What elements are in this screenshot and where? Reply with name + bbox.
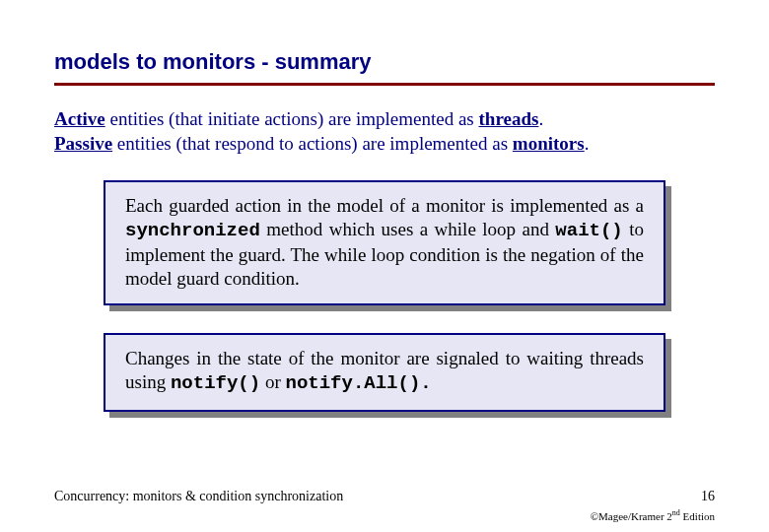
intro-threads: threads <box>479 108 539 129</box>
intro-monitors: monitors <box>513 133 585 154</box>
box2-code1: notify() <box>171 372 260 394</box>
intro-passive-rest: entities (that respond to actions) are i… <box>112 133 513 154</box>
title-rule <box>54 83 715 86</box>
box-1: Each guarded action in the model of a mo… <box>104 180 665 305</box>
box1-seg2: method which uses a while loop and <box>260 219 556 239</box>
page-number: 16 <box>701 489 715 504</box>
copyright-post: Edition <box>680 510 715 522</box>
copyright-pre: ©Magee/Kramer <box>591 510 667 522</box>
intro-active-bold: Active <box>54 108 105 129</box>
intro-period2: . <box>585 133 590 154</box>
box-2-content: Changes in the state of the monitor are … <box>104 333 665 412</box>
box1-code1: synchronized <box>125 220 260 241</box>
copyright-sup: nd <box>672 508 680 517</box>
box2-seg2: or <box>260 371 285 392</box>
footer-left: Concurrency: monitors & condition synchr… <box>54 489 343 504</box>
copyright: ©Magee/Kramer 2nd Edition <box>591 508 715 522</box>
footer: Concurrency: monitors & condition synchr… <box>54 489 715 504</box>
intro-active-rest: entities (that initiate actions) are imp… <box>105 108 479 129</box>
intro-text: Active entities (that initiate actions) … <box>54 107 715 156</box>
intro-passive-bold: Passive <box>54 133 112 154</box>
slide-title: models to monitors - summary <box>54 49 715 75</box>
box2-code2: notify.All(). <box>285 372 431 394</box>
intro-period1: . <box>538 108 543 129</box>
box1-code2: wait() <box>555 220 622 241</box>
box-2: Changes in the state of the monitor are … <box>104 333 665 412</box>
box-1-content: Each guarded action in the model of a mo… <box>104 180 665 305</box>
box1-seg1: Each guarded action in the model of a mo… <box>125 195 644 216</box>
